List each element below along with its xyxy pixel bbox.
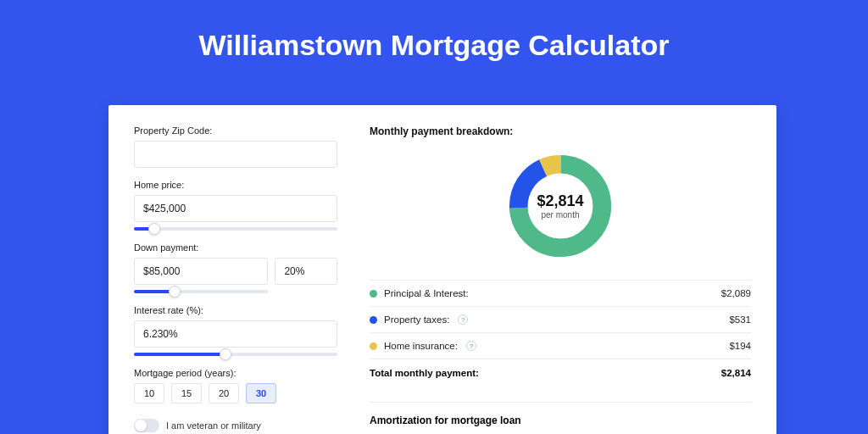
field-down-payment: Down payment: — [134, 242, 337, 293]
interest-input[interactable] — [134, 320, 337, 348]
field-zip: Property Zip Code: — [134, 125, 337, 168]
line-total: Total monthly payment: $2,814 — [370, 359, 751, 390]
amortization-section: Amortization for mortgage loan Amortizat… — [370, 402, 751, 434]
zip-label: Property Zip Code: — [134, 125, 337, 136]
field-interest: Interest rate (%): — [134, 305, 337, 356]
dot-icon — [370, 290, 377, 298]
donut-sub: per month — [541, 210, 579, 220]
interest-label: Interest rate (%): — [134, 305, 337, 315]
calculator-card: Property Zip Code: Home price: Down paym… — [108, 105, 776, 434]
period-button-group: 10 15 20 30 — [134, 383, 337, 403]
period-button-15[interactable]: 15 — [171, 383, 202, 403]
interest-slider[interactable] — [134, 353, 337, 356]
down-payment-label: Down payment: — [134, 242, 337, 253]
down-payment-pct-input[interactable] — [275, 258, 337, 285]
breakdown-title: Monthly payment breakdown: — [370, 125, 751, 137]
breakdown-panel: Monthly payment breakdown: $2,814 per mo… — [354, 125, 751, 434]
info-icon[interactable]: ? — [458, 314, 468, 325]
page-title: Williamstown Mortgage Calculator — [0, 0, 868, 82]
amortization-title: Amortization for mortgage loan — [370, 415, 751, 426]
zip-input[interactable] — [134, 141, 337, 168]
home-price-input[interactable] — [134, 195, 337, 222]
period-button-30[interactable]: 30 — [246, 383, 276, 403]
app-root: Williamstown Mortgage Calculator Propert… — [0, 0, 868, 434]
form-panel: Property Zip Code: Home price: Down paym… — [134, 125, 354, 434]
veteran-toggle[interactable] — [134, 419, 159, 432]
veteran-label: I am veteran or military — [166, 420, 261, 431]
period-button-10[interactable]: 10 — [134, 383, 164, 403]
home-price-slider[interactable] — [134, 227, 337, 231]
total-label: Total monthly payment: — [370, 368, 479, 378]
donut-amount: $2,814 — [537, 192, 583, 210]
line-item-value: $194 — [729, 341, 751, 351]
field-period: Mortgage period (years): 10 15 20 30 — [134, 368, 337, 403]
donut-chart-wrap: $2,814 per month — [370, 151, 751, 261]
veteran-row: I am veteran or military — [134, 419, 337, 432]
line-item-insurance: Home insurance: ? $194 — [370, 333, 751, 359]
line-item-value: $531 — [729, 314, 751, 325]
total-value: $2,814 — [721, 368, 751, 378]
line-item-principal: Principal & Interest: $2,089 — [370, 281, 751, 307]
line-item-taxes: Property taxes: ? $531 — [370, 307, 751, 333]
period-label: Mortgage period (years): — [134, 368, 337, 378]
dot-icon — [370, 316, 377, 324]
field-home-price: Home price: — [134, 180, 337, 231]
line-item-value: $2,089 — [721, 288, 751, 298]
down-payment-input[interactable] — [134, 258, 268, 285]
line-item-label: Home insurance: — [384, 341, 458, 351]
down-payment-slider[interactable] — [134, 290, 268, 293]
donut-chart: $2,814 per month — [505, 151, 615, 261]
line-items: Principal & Interest: $2,089 Property ta… — [370, 280, 751, 359]
dot-icon — [370, 342, 377, 350]
donut-center: $2,814 per month — [505, 151, 615, 261]
line-item-label: Principal & Interest: — [384, 288, 469, 298]
info-icon[interactable]: ? — [466, 341, 476, 351]
period-button-20[interactable]: 20 — [209, 383, 239, 403]
line-item-label: Property taxes: — [384, 314, 449, 325]
toggle-knob — [135, 420, 147, 431]
home-price-label: Home price: — [134, 180, 337, 190]
